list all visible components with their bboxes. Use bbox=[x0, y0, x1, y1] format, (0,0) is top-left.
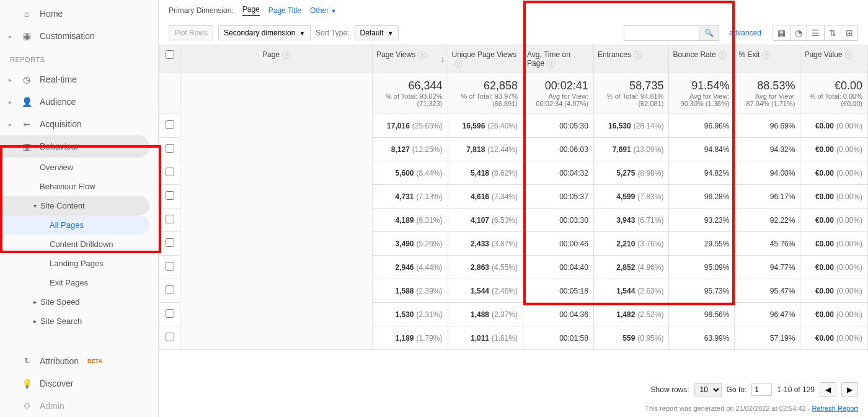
dashboard-icon: ▦ bbox=[21, 31, 32, 41]
sort-type-button[interactable]: Default ▼ bbox=[355, 25, 399, 40]
next-page-button[interactable]: ▶ bbox=[841, 382, 858, 397]
sub-site-content[interactable]: ▾Site Content bbox=[0, 196, 149, 215]
nav-attribution-label: Attribution bbox=[40, 356, 79, 366]
col-page[interactable]: Page? bbox=[180, 45, 373, 73]
refresh-report-link[interactable]: Refresh Report bbox=[812, 405, 858, 412]
chevron-down-icon: ▼ bbox=[299, 30, 305, 37]
chevron-right-icon: ▸ bbox=[9, 76, 14, 83]
cell-pageviews: 1,189(1.79%) bbox=[373, 326, 448, 350]
help-icon[interactable]: ? bbox=[547, 60, 555, 68]
nav-audience[interactable]: ▸👤Audience bbox=[0, 91, 158, 113]
sub-all-pages[interactable]: All Pages bbox=[0, 215, 149, 235]
advanced-link[interactable]: advanced bbox=[729, 29, 761, 37]
nav-attribution[interactable]: ౾AttributionBETA bbox=[0, 350, 158, 372]
cell-unique: 4,107(6.53%) bbox=[448, 208, 523, 232]
nav-audience-label: Audience bbox=[40, 97, 76, 107]
goto-input[interactable] bbox=[751, 383, 772, 396]
cell-bounce: 94.82% bbox=[669, 161, 735, 185]
search-icon: 🔍 bbox=[704, 29, 714, 37]
row-checkbox[interactable] bbox=[166, 333, 174, 341]
pivot-view-icon[interactable]: ⊞ bbox=[841, 25, 857, 40]
chevron-down-icon: ▼ bbox=[388, 30, 393, 37]
sub-site-search[interactable]: ▸Site Search bbox=[0, 312, 158, 331]
nav-behaviour[interactable]: ▾▥Behaviour bbox=[0, 135, 149, 158]
search-input[interactable] bbox=[624, 26, 699, 40]
nav-realtime-label: Real-time bbox=[40, 74, 77, 84]
view-mode-toggle: ▦ ◔ ☰ ⇅ ⊞ bbox=[773, 25, 858, 41]
gear-icon: ⚙ bbox=[21, 401, 32, 411]
row-checkbox[interactable] bbox=[166, 238, 174, 247]
help-icon[interactable]: ? bbox=[634, 51, 642, 59]
row-checkbox-cell bbox=[159, 279, 180, 303]
cell-avgtime: 00:05:18 bbox=[523, 279, 594, 303]
row-checkbox[interactable] bbox=[166, 191, 174, 200]
plot-rows-button[interactable]: Plot Rows bbox=[169, 25, 213, 40]
nav-behaviour-label: Behaviour bbox=[40, 141, 79, 151]
summary-entrances: 58,735% of Total: 94.61% (62,081) bbox=[593, 73, 669, 114]
row-checkbox[interactable] bbox=[166, 168, 174, 176]
help-icon[interactable]: ? bbox=[418, 51, 426, 59]
help-icon[interactable]: ? bbox=[762, 51, 770, 59]
show-rows-select[interactable]: 10 bbox=[694, 383, 722, 397]
page-col-redacted bbox=[180, 73, 373, 350]
nav-discover[interactable]: 💡Discover bbox=[0, 372, 158, 395]
search-button[interactable]: 🔍 bbox=[699, 26, 719, 40]
nav-realtime[interactable]: ▸◷Real-time bbox=[0, 68, 158, 91]
help-icon[interactable]: ? bbox=[454, 60, 463, 68]
col-bounce-label: Bounce Rate bbox=[673, 50, 715, 59]
summary-avgtime: 00:02:41Avg for View: 00:02:34 (4.97%) bbox=[523, 73, 594, 114]
prev-page-button[interactable]: ◀ bbox=[820, 382, 836, 397]
cell-avgtime: 00:04:32 bbox=[523, 161, 594, 185]
bars-view-icon[interactable]: ☰ bbox=[807, 25, 825, 40]
col-avgtime[interactable]: Avg. Time on Page? bbox=[523, 45, 594, 73]
col-exit[interactable]: % Exit? bbox=[735, 45, 800, 73]
cell-bounce: 95.09% bbox=[669, 256, 735, 279]
nav-home[interactable]: ⌂Home bbox=[0, 2, 158, 25]
help-icon[interactable]: ? bbox=[719, 51, 727, 59]
cell-unique: 1,011(1.61%) bbox=[448, 326, 523, 350]
cell-bounce: 94.84% bbox=[669, 138, 735, 161]
cell-pageviews: 4,731(7.13%) bbox=[373, 185, 448, 208]
nav-admin[interactable]: ⚙Admin bbox=[0, 395, 158, 417]
cell-avgtime: 00:04:36 bbox=[523, 303, 594, 326]
table-view-icon[interactable]: ▦ bbox=[773, 25, 790, 40]
primary-dimension-row: Primary Dimension: Page Page Title Other… bbox=[159, 0, 868, 21]
row-checkbox[interactable] bbox=[166, 144, 174, 153]
chevron-right-icon: ▸ bbox=[33, 318, 37, 325]
row-checkbox[interactable] bbox=[166, 120, 174, 129]
sub-overview[interactable]: Overview bbox=[0, 158, 158, 177]
help-icon[interactable]: ? bbox=[282, 51, 290, 59]
select-all-checkbox[interactable] bbox=[166, 50, 174, 59]
pie-view-icon[interactable]: ◔ bbox=[790, 25, 807, 40]
sub-content-drilldown[interactable]: Content Drilldown bbox=[0, 235, 158, 254]
sub-behaviour-flow[interactable]: Behaviour Flow bbox=[0, 177, 158, 196]
help-icon[interactable]: ? bbox=[845, 51, 853, 59]
row-checkbox[interactable] bbox=[166, 215, 174, 223]
compare-view-icon[interactable]: ⇅ bbox=[825, 25, 841, 40]
chevron-right-icon: ▸ bbox=[9, 99, 14, 105]
col-unique[interactable]: Unique Page Views? bbox=[448, 45, 523, 73]
row-checkbox[interactable] bbox=[166, 285, 174, 294]
sub-exit-pages[interactable]: Exit Pages bbox=[0, 273, 158, 292]
secondary-dimension-button[interactable]: Secondary dimension ▼ bbox=[218, 25, 311, 40]
dim-other[interactable]: Other ▼ bbox=[310, 6, 336, 15]
dim-page-title[interactable]: Page Title bbox=[268, 6, 301, 15]
chevron-down-icon: ▾ bbox=[33, 202, 37, 209]
row-checkbox[interactable] bbox=[166, 309, 174, 318]
col-pageviews[interactable]: Page Views?↓ bbox=[373, 45, 448, 73]
nav-customisation[interactable]: ▸▦Customisation bbox=[0, 25, 158, 47]
col-entrances[interactable]: Entrances? bbox=[593, 45, 669, 73]
col-checkbox bbox=[159, 45, 180, 73]
sort-down-icon: ↓ bbox=[441, 54, 445, 64]
col-exit-label: % Exit bbox=[738, 50, 760, 59]
cell-exit: 94.77% bbox=[735, 256, 800, 279]
nav-acquisition[interactable]: ▸➳Acquisition bbox=[0, 113, 158, 135]
dim-page[interactable]: Page bbox=[242, 5, 260, 16]
sub-landing-pages[interactable]: Landing Pages bbox=[0, 254, 158, 273]
cell-value: €0.00(0.00%) bbox=[800, 161, 868, 185]
col-bounce[interactable]: Bounce Rate? bbox=[669, 45, 735, 73]
col-value[interactable]: Page Value? bbox=[800, 45, 868, 73]
row-checkbox[interactable] bbox=[166, 262, 174, 271]
sub-site-speed[interactable]: ▸Site Speed bbox=[0, 292, 158, 312]
cell-value: €0.00(0.00%) bbox=[800, 326, 868, 350]
